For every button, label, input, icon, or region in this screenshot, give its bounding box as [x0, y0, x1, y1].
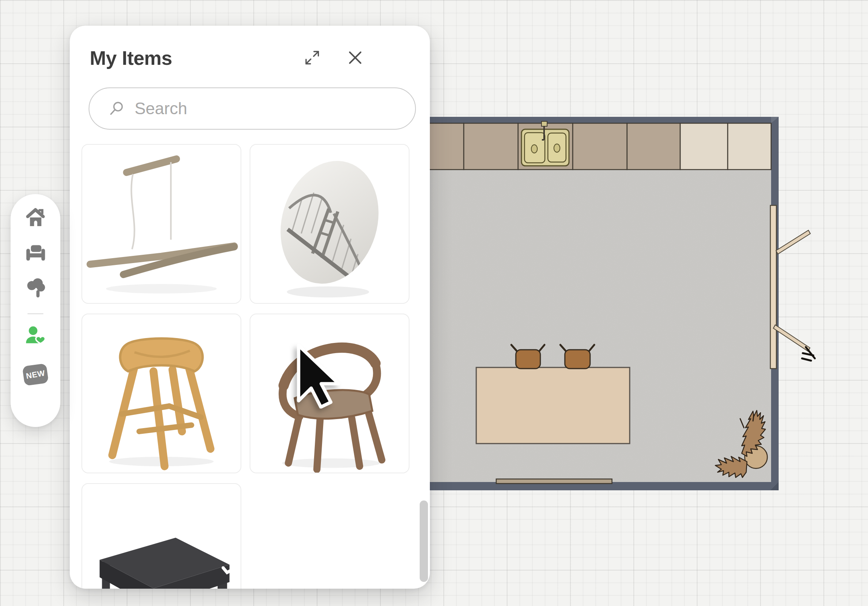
cabinet[interactable]	[464, 123, 518, 170]
person-heart-icon	[25, 325, 46, 347]
floorplan-canvas[interactable]	[424, 115, 824, 494]
wall-top[interactable]	[424, 117, 779, 123]
door-handle	[802, 347, 815, 361]
whats-new-badge[interactable]: NEW	[22, 363, 49, 386]
search-icon	[109, 100, 125, 116]
window[interactable]	[496, 479, 612, 484]
home-icon	[25, 207, 46, 228]
expand-icon	[304, 49, 321, 66]
item-thumbnail-black-coffee-table[interactable]	[81, 483, 241, 589]
cabinet[interactable]	[680, 123, 728, 170]
kitchen-counter-row[interactable]	[424, 123, 771, 170]
item-thumbnail-round-bridge-art[interactable]	[250, 144, 409, 304]
sidebar-item-my-items[interactable]	[23, 324, 48, 348]
sidebar-divider	[28, 313, 43, 314]
expand-button[interactable]	[304, 49, 321, 66]
item-thumbnail-wooden-armchair[interactable]	[250, 314, 409, 473]
cabinet[interactable]	[573, 123, 627, 170]
sidebar-item-furniture[interactable]	[23, 241, 48, 265]
bed-icon	[25, 242, 46, 264]
panel-header: My Items	[90, 49, 411, 68]
cabinet[interactable]	[424, 123, 464, 170]
sidebar-item-home[interactable]	[23, 206, 48, 229]
cabinet[interactable]	[728, 123, 771, 170]
dining-table[interactable]	[476, 368, 630, 444]
cabinet[interactable]	[627, 123, 680, 170]
category-sidebar: NEW	[11, 194, 60, 427]
new-badge-label: NEW	[25, 369, 46, 380]
tree-icon	[25, 277, 46, 299]
panel-scrollbar[interactable]	[420, 501, 428, 582]
my-items-panel: My Items	[70, 26, 430, 589]
sidebar-item-plants[interactable]	[23, 276, 48, 300]
close-icon	[347, 49, 364, 66]
item-thumbnail-wooden-stool[interactable]	[81, 314, 241, 473]
item-thumbnail-pendant-lamp[interactable]	[81, 144, 241, 304]
close-button[interactable]	[347, 49, 364, 66]
search-box[interactable]	[88, 87, 416, 130]
search-input[interactable]	[135, 99, 376, 118]
faucet	[541, 121, 547, 126]
